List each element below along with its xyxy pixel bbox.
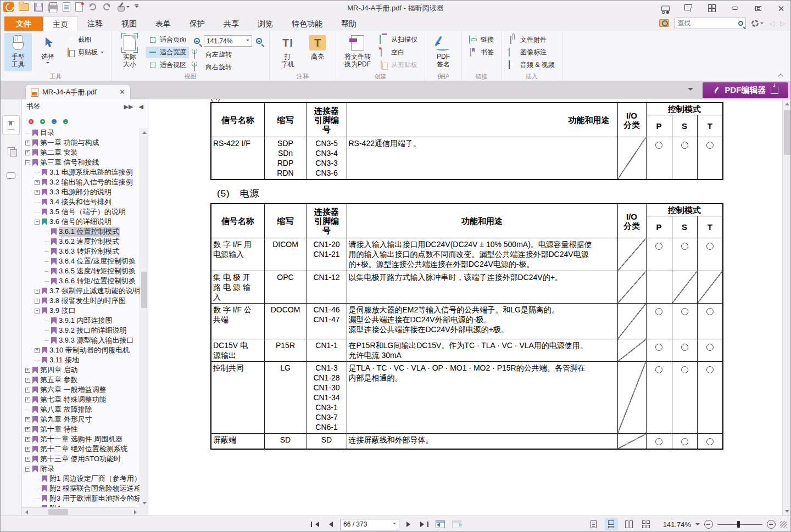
bookmark-item[interactable]: 3.6.3 转矩控制模式 [22,247,140,256]
bookmarks-vertical-scrollbar[interactable] [140,128,148,507]
highlight-button[interactable]: T 高亮 [304,33,331,71]
bookmark-expander[interactable]: + [25,457,30,462]
zoom-in-button[interactable] [767,520,776,529]
menu-tab-6[interactable]: 共享 [214,16,248,31]
zoom-out-icon[interactable] [194,38,200,44]
menu-tab-5[interactable]: 保护 [180,16,214,31]
menu-tab-8[interactable]: 特色功能 [282,16,332,31]
menu-tab-2[interactable]: 注释 [78,16,112,31]
audio-video-button[interactable]: 音频 & 视频 [506,59,558,71]
bookmark-item[interactable]: 3.4 接头和信号排列 [22,197,140,207]
bookmark-expander[interactable]: + [25,437,30,442]
search-options-gear-icon[interactable] [751,20,764,27]
fit-visible-button[interactable]: 适合视区 [146,59,189,71]
bookmarks-panel-toggle[interactable] [3,116,19,135]
comments-panel-toggle[interactable] [3,166,19,185]
single-page-layout-button[interactable] [587,518,600,530]
bookmark-item[interactable]: +第一章 功能与构成 [22,138,140,148]
bookmark-item[interactable]: 目录 [22,128,140,138]
customize-qat-icon[interactable] [135,4,138,9]
redo-icon[interactable] [102,2,112,12]
share-icon[interactable] [683,3,694,13]
bookmark-item[interactable]: 3.6.4 位置/速度控制切换 [22,256,140,266]
typewriter-button[interactable]: TI 打 字机 [274,33,302,71]
maximize-button[interactable] [753,3,764,13]
pdf-page-view[interactable]: (4) 信号名称缩写连接器 引脚编 号功能和用途I/O 分类控制模式PSTRS-… [148,99,782,516]
next-page-button[interactable] [406,522,413,527]
hand-tool-button[interactable]: 手型 工具 [4,33,32,71]
tab-list-dropdown-icon[interactable] [688,88,693,93]
close-button[interactable]: ✕ [776,3,787,13]
find-previous-icon[interactable]: ◁ [769,19,775,27]
bookmark-item[interactable]: 3.11 接地 [22,355,140,365]
bookmark-expander[interactable]: + [25,150,30,155]
minimize-button[interactable] [729,3,740,13]
bookmark-item[interactable]: 3.6.1 位置控制模式 [22,227,140,237]
document-tab[interactable]: MR-J4-A手册.pdf ✕ [25,84,131,99]
bookmark-item[interactable]: +第九章 外形尺寸 [22,415,140,424]
bookmark-item[interactable]: +3.10 带制动器的伺服电机 [22,345,140,355]
scrollbar-thumb[interactable] [141,272,147,308]
scrollbar-thumb[interactable] [784,110,790,155]
close-tab-icon[interactable]: ✕ [119,88,125,96]
bookmark-expander[interactable]: + [25,388,30,393]
bookmark-item[interactable]: +第十二章 绝对位置检测系统 [22,444,140,454]
next-view-button[interactable] [452,520,461,528]
rotate-left-button[interactable]: 向左旋转 [191,49,265,60]
search-box[interactable] [675,18,746,29]
menu-tab-7[interactable]: 浏览 [248,16,282,31]
bookmark-item[interactable]: 附2 根据联合国危险物运送相 [22,484,140,494]
panel-expand-icon[interactable]: ▶▶ [124,103,133,110]
bookmark-item[interactable]: 3.6.5 速度/转矩控制切换 [22,266,140,276]
bookmark-item[interactable]: −第三章 信号和接线 [22,158,140,167]
print-icon[interactable] [48,4,58,12]
bookmark-expander[interactable]: − [35,220,40,225]
fit-width-button[interactable]: 适合宽度 [146,47,189,58]
bookmark-item[interactable]: 3.9.2 接口的详细说明 [22,326,140,335]
menu-tab-0[interactable]: 文件 [4,16,43,31]
bookmark-item[interactable]: 附4 [22,503,140,507]
from-scanner-button[interactable]: 从扫描仪 [377,34,420,46]
zoom-in-icon[interactable] [256,38,262,44]
bookmark-expander[interactable]: + [25,141,30,145]
bookmark-item[interactable]: +第七章 特殊调整功能 [22,395,140,405]
bookmark-item[interactable]: +第六章 一般增益调整 [22,385,140,395]
bookmark-item[interactable]: +3.3 电源部分的说明 [22,187,140,197]
select-tool-button[interactable]: 选择 [34,33,62,71]
bookmark-expander[interactable]: − [35,309,40,313]
create-document-icon[interactable] [75,2,83,12]
page-number-combo[interactable]: 66 / 373 [340,519,399,530]
foxit-logo-icon[interactable] [3,2,14,12]
bookmark-expander[interactable]: − [25,467,30,472]
bookmark-item[interactable]: +第十一章 选购件.周围机器 [22,434,140,444]
bookmark-item[interactable]: +第二章 安装 [22,148,140,158]
bookmark-item[interactable]: 附3 用于欧洲新电池指令的标 [22,494,140,503]
snapshot-button[interactable]: 截图 [64,34,107,46]
previous-page-button[interactable] [326,522,333,527]
zoom-out-button[interactable] [704,520,713,529]
clipboard-button[interactable]: 剪贴板 [64,47,107,58]
undo-icon[interactable] [88,2,97,12]
bookmark-item[interactable]: +3.7 强制停止减速功能的说明 [22,286,140,296]
bookmark-item[interactable]: 3.6.6 转矩/位置控制切换 [22,276,140,286]
search-folder-icon[interactable] [659,19,669,27]
bookmark-expander[interactable]: + [35,348,40,353]
image-annotation-button[interactable]: 图像标注 [506,47,558,58]
bookmark-expander[interactable]: + [35,289,40,294]
pdf-editor-button[interactable]: PDF编辑器 [703,82,788,98]
convert-to-pdf-button[interactable]: 将文件转 换为PDF [341,33,375,71]
bookmark-item[interactable]: 附1 周边设定厂商（参考用） [22,474,140,484]
save-icon[interactable] [34,3,43,12]
bookmark-item[interactable]: +第十三章 使用STO功能时 [22,454,140,464]
link-button[interactable]: 链接 [466,34,497,46]
continuous-layout-button[interactable] [605,518,618,530]
zoom-slider-thumb[interactable] [737,521,740,528]
bookmark-expander[interactable]: + [25,397,30,402]
fit-page-button[interactable]: 适合页面 [146,34,189,46]
bookmark-item[interactable]: −3.9 接口 [22,306,140,316]
from-clipboard-button[interactable]: 从剪贴板 [377,59,420,71]
bookmark-expander[interactable]: − [25,160,30,165]
bookmark-item[interactable]: 3.9.1 内部连接图 [22,316,140,326]
bookmark-item[interactable]: +第十章 特性 [22,424,140,434]
bookmark-item[interactable]: 3.1 电源系统电路的连接例 [22,167,140,177]
